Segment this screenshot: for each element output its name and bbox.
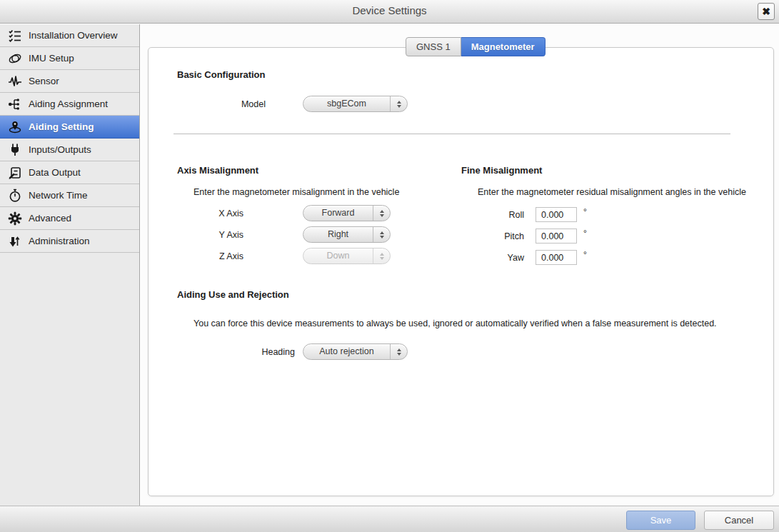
waveform-icon xyxy=(6,74,24,89)
sidebar-item-label: Advanced xyxy=(29,213,71,224)
content-area: GNSS 1 Magnetometer Basic Configuration … xyxy=(141,24,779,506)
model-row: Model sbgECom xyxy=(149,96,408,112)
spinner-arrows-icon xyxy=(373,249,390,264)
sidebar-item-label: IMU Setup xyxy=(29,53,74,64)
sidebar-item-label: Network Time xyxy=(29,190,88,201)
z-axis-dropdown: Down xyxy=(303,248,391,264)
sidebar-item-inputs-outputs[interactable]: Inputs/Outputs xyxy=(0,139,139,161)
roll-row: Roll ° xyxy=(461,207,587,222)
sidebar-item-label: Aiding Assignment xyxy=(29,99,108,109)
location-pin-icon xyxy=(6,119,24,135)
sidebar-item-data-output[interactable]: Data Output xyxy=(0,161,139,184)
z-axis-dropdown-value: Down xyxy=(303,249,373,264)
basic-configuration-title: Basic Configuration xyxy=(177,69,266,80)
up-down-arrows-icon xyxy=(6,234,24,249)
save-button[interactable]: Save xyxy=(626,511,695,530)
close-button[interactable]: ✖ xyxy=(758,3,775,20)
title-bar: Device Settings ✖ xyxy=(0,0,779,24)
pitch-input[interactable] xyxy=(536,229,577,244)
model-dropdown-value: sbgECom xyxy=(303,96,390,111)
axis-misalignment-description: Enter the magnetometer misalignment in t… xyxy=(194,187,399,197)
heading-dropdown-value: Auto rejection xyxy=(303,344,390,359)
x-axis-dropdown[interactable]: Forward xyxy=(303,205,391,221)
spinner-arrows-icon[interactable] xyxy=(390,96,407,111)
checklist-icon xyxy=(6,28,24,44)
sidebar-item-label: Installation Overview xyxy=(29,30,118,41)
z-axis-label: Z Axis xyxy=(149,251,243,261)
spinner-arrows-icon[interactable] xyxy=(390,344,407,359)
window-title: Device Settings xyxy=(0,4,779,16)
yaw-label: Yaw xyxy=(461,253,524,263)
y-axis-row: Y Axis Right xyxy=(149,226,391,243)
model-dropdown[interactable]: sbgECom xyxy=(303,96,408,112)
section-divider xyxy=(174,134,730,134)
sidebar-item-label: Sensor xyxy=(29,76,59,86)
pitch-unit: ° xyxy=(583,229,587,239)
fine-misalignment-description: Enter the magnetometer residual misalign… xyxy=(478,187,746,197)
x-axis-label: X Axis xyxy=(149,209,243,219)
heading-label: Heading xyxy=(149,347,295,357)
sidebar-item-label: Data Output xyxy=(29,167,81,178)
yaw-input[interactable] xyxy=(536,250,577,265)
sidebar-item-label: Inputs/Outputs xyxy=(29,144,91,155)
sidebar-item-advanced[interactable]: Advanced xyxy=(0,207,139,230)
tab-magnetometer[interactable]: Magnetometer xyxy=(461,37,546,56)
y-axis-dropdown[interactable]: Right xyxy=(303,226,391,243)
sidebar-item-label: Administration xyxy=(29,236,90,246)
gear-icon xyxy=(6,211,24,226)
stopwatch-icon xyxy=(6,188,24,204)
sidebar-item-sensor[interactable]: Sensor xyxy=(0,70,139,93)
axis-misalignment-title: Axis Misalignment xyxy=(177,165,258,176)
roll-label: Roll xyxy=(461,210,524,220)
x-axis-dropdown-value: Forward xyxy=(303,206,373,221)
roll-unit: ° xyxy=(583,207,587,217)
fine-misalignment-title: Fine Misalignment xyxy=(461,165,542,176)
tab-gnss-1[interactable]: GNSS 1 xyxy=(406,37,461,56)
footer-bar: Save Cancel xyxy=(0,506,779,532)
sidebar-item-imu-setup[interactable]: IMU Setup xyxy=(0,47,139,70)
heading-row: Heading Auto rejection xyxy=(149,343,408,360)
z-axis-row: Z Axis Down xyxy=(149,248,391,264)
sidebar-item-aiding-setting[interactable]: Aiding Setting xyxy=(0,116,139,139)
settings-panel: Basic Configuration Model sbgECom Axis M… xyxy=(148,47,774,496)
sidebar-item-network-time[interactable]: Network Time xyxy=(0,184,139,207)
yaw-row: Yaw ° xyxy=(461,250,587,265)
aiding-use-rejection-title: Aiding Use and Rejection xyxy=(177,289,289,300)
gyroscope-icon xyxy=(6,51,24,66)
spinner-arrows-icon[interactable] xyxy=(373,206,390,221)
pitch-row: Pitch ° xyxy=(461,229,587,244)
heading-dropdown[interactable]: Auto rejection xyxy=(303,343,408,360)
aiding-use-rejection-description: You can force this device measurements t… xyxy=(194,318,717,328)
spinner-arrows-icon[interactable] xyxy=(373,227,390,242)
sidebar-item-label: Aiding Setting xyxy=(29,121,94,132)
edit-document-icon xyxy=(6,165,24,181)
sidebar-item-installation-overview[interactable]: Installation Overview xyxy=(0,24,139,47)
yaw-unit: ° xyxy=(583,250,587,260)
node-tree-icon xyxy=(6,96,24,112)
pitch-label: Pitch xyxy=(461,231,524,241)
sidebar-item-aiding-assignment[interactable]: Aiding Assignment xyxy=(0,93,139,116)
plug-icon xyxy=(6,142,24,158)
sidebar-item-administration[interactable]: Administration xyxy=(0,230,139,253)
y-axis-label: Y Axis xyxy=(149,230,243,240)
y-axis-dropdown-value: Right xyxy=(303,227,373,242)
cancel-button[interactable]: Cancel xyxy=(704,511,774,530)
roll-input[interactable] xyxy=(536,207,577,222)
x-axis-row: X Axis Forward xyxy=(149,205,391,221)
sidebar: Installation Overview IMU Setup Sensor A… xyxy=(0,24,140,506)
tab-bar: GNSS 1 Magnetometer xyxy=(406,37,546,56)
model-label: Model xyxy=(149,99,266,109)
